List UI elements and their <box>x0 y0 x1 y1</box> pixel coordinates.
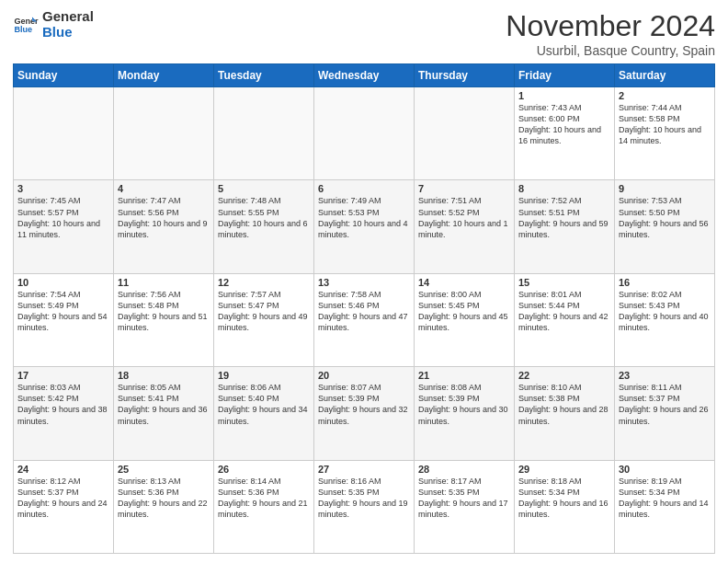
col-header-monday: Monday <box>114 64 214 87</box>
week-row-2: 3Sunrise: 7:45 AM Sunset: 5:57 PM Daylig… <box>14 180 715 273</box>
calendar-cell <box>114 87 214 180</box>
col-header-saturday: Saturday <box>615 64 715 87</box>
day-info: Sunrise: 8:02 AM Sunset: 5:43 PM Dayligh… <box>619 289 711 334</box>
week-row-4: 17Sunrise: 8:03 AM Sunset: 5:42 PM Dayli… <box>14 367 715 460</box>
calendar-cell: 28Sunrise: 8:17 AM Sunset: 5:35 PM Dayli… <box>415 460 515 553</box>
calendar-cell: 23Sunrise: 8:11 AM Sunset: 5:37 PM Dayli… <box>615 367 715 460</box>
day-number: 21 <box>418 370 510 381</box>
day-info: Sunrise: 7:51 AM Sunset: 5:52 PM Dayligh… <box>418 195 510 240</box>
calendar-cell <box>214 87 314 180</box>
day-number: 18 <box>118 370 210 381</box>
calendar-cell: 10Sunrise: 7:54 AM Sunset: 5:49 PM Dayli… <box>14 273 114 366</box>
calendar-cell: 18Sunrise: 8:05 AM Sunset: 5:41 PM Dayli… <box>114 367 214 460</box>
day-number: 25 <box>118 464 210 475</box>
calendar-cell: 15Sunrise: 8:01 AM Sunset: 5:44 PM Dayli… <box>515 273 615 366</box>
calendar-cell: 2Sunrise: 7:44 AM Sunset: 5:58 PM Daylig… <box>615 87 715 180</box>
day-info: Sunrise: 8:01 AM Sunset: 5:44 PM Dayligh… <box>518 289 610 334</box>
day-info: Sunrise: 8:00 AM Sunset: 5:45 PM Dayligh… <box>418 289 510 334</box>
col-header-friday: Friday <box>515 64 615 87</box>
day-number: 16 <box>619 277 711 288</box>
logo-text: General Blue <box>42 9 94 40</box>
day-number: 7 <box>418 183 510 194</box>
day-number: 9 <box>619 183 711 194</box>
day-number: 14 <box>418 277 510 288</box>
col-header-wednesday: Wednesday <box>314 64 415 87</box>
col-header-sunday: Sunday <box>14 64 114 87</box>
week-row-5: 24Sunrise: 8:12 AM Sunset: 5:37 PM Dayli… <box>14 460 715 553</box>
calendar-cell: 6Sunrise: 7:49 AM Sunset: 5:53 PM Daylig… <box>314 180 415 273</box>
logo: General Blue General Blue <box>13 9 94 40</box>
day-number: 4 <box>118 183 210 194</box>
calendar-header-row: SundayMondayTuesdayWednesdayThursdayFrid… <box>14 64 715 87</box>
day-info: Sunrise: 8:07 AM Sunset: 5:39 PM Dayligh… <box>318 382 410 427</box>
day-info: Sunrise: 8:10 AM Sunset: 5:38 PM Dayligh… <box>518 382 610 427</box>
day-number: 8 <box>518 183 610 194</box>
day-number: 1 <box>518 90 610 101</box>
day-info: Sunrise: 8:05 AM Sunset: 5:41 PM Dayligh… <box>118 382 210 427</box>
day-number: 10 <box>17 277 109 288</box>
day-info: Sunrise: 7:58 AM Sunset: 5:46 PM Dayligh… <box>318 289 410 334</box>
calendar-cell <box>415 87 515 180</box>
day-info: Sunrise: 7:53 AM Sunset: 5:50 PM Dayligh… <box>619 195 711 240</box>
page: General Blue General Blue November 2024 … <box>0 0 728 563</box>
day-number: 3 <box>17 183 109 194</box>
month-title: November 2024 <box>506 9 715 43</box>
calendar-cell: 17Sunrise: 8:03 AM Sunset: 5:42 PM Dayli… <box>14 367 114 460</box>
day-info: Sunrise: 8:18 AM Sunset: 5:34 PM Dayligh… <box>518 476 610 521</box>
day-number: 6 <box>318 183 410 194</box>
day-info: Sunrise: 7:47 AM Sunset: 5:56 PM Dayligh… <box>118 195 210 240</box>
day-number: 19 <box>218 370 310 381</box>
day-info: Sunrise: 8:06 AM Sunset: 5:40 PM Dayligh… <box>218 382 310 427</box>
calendar-cell: 14Sunrise: 8:00 AM Sunset: 5:45 PM Dayli… <box>415 273 515 366</box>
day-number: 15 <box>518 277 610 288</box>
day-info: Sunrise: 8:13 AM Sunset: 5:36 PM Dayligh… <box>118 476 210 521</box>
calendar-cell: 30Sunrise: 8:19 AM Sunset: 5:34 PM Dayli… <box>615 460 715 553</box>
week-row-1: 1Sunrise: 7:43 AM Sunset: 6:00 PM Daylig… <box>14 87 715 180</box>
calendar-cell: 21Sunrise: 8:08 AM Sunset: 5:39 PM Dayli… <box>415 367 515 460</box>
calendar-cell: 8Sunrise: 7:52 AM Sunset: 5:51 PM Daylig… <box>515 180 615 273</box>
location: Usurbil, Basque Country, Spain <box>506 43 715 58</box>
day-info: Sunrise: 8:12 AM Sunset: 5:37 PM Dayligh… <box>17 476 109 521</box>
day-info: Sunrise: 7:52 AM Sunset: 5:51 PM Dayligh… <box>518 195 610 240</box>
calendar-table: SundayMondayTuesdayWednesdayThursdayFrid… <box>13 63 715 554</box>
day-info: Sunrise: 8:16 AM Sunset: 5:35 PM Dayligh… <box>318 476 410 521</box>
header: General Blue General Blue November 2024 … <box>13 9 715 58</box>
day-info: Sunrise: 7:45 AM Sunset: 5:57 PM Dayligh… <box>17 195 109 240</box>
day-number: 30 <box>619 464 711 475</box>
day-info: Sunrise: 8:11 AM Sunset: 5:37 PM Dayligh… <box>619 382 711 427</box>
day-info: Sunrise: 8:17 AM Sunset: 5:35 PM Dayligh… <box>418 476 510 521</box>
day-info: Sunrise: 7:54 AM Sunset: 5:49 PM Dayligh… <box>17 289 109 334</box>
day-number: 23 <box>619 370 711 381</box>
day-number: 17 <box>17 370 109 381</box>
day-number: 20 <box>318 370 410 381</box>
day-info: Sunrise: 7:48 AM Sunset: 5:55 PM Dayligh… <box>218 195 310 240</box>
day-number: 12 <box>218 277 310 288</box>
calendar-cell: 11Sunrise: 7:56 AM Sunset: 5:48 PM Dayli… <box>114 273 214 366</box>
svg-text:Blue: Blue <box>14 25 32 34</box>
logo-icon: General Blue <box>13 12 39 38</box>
calendar-cell: 20Sunrise: 8:07 AM Sunset: 5:39 PM Dayli… <box>314 367 415 460</box>
calendar-cell: 22Sunrise: 8:10 AM Sunset: 5:38 PM Dayli… <box>515 367 615 460</box>
day-number: 2 <box>619 90 711 101</box>
calendar-cell: 12Sunrise: 7:57 AM Sunset: 5:47 PM Dayli… <box>214 273 314 366</box>
day-info: Sunrise: 7:49 AM Sunset: 5:53 PM Dayligh… <box>318 195 410 240</box>
day-info: Sunrise: 7:57 AM Sunset: 5:47 PM Dayligh… <box>218 289 310 334</box>
calendar-cell: 9Sunrise: 7:53 AM Sunset: 5:50 PM Daylig… <box>615 180 715 273</box>
col-header-thursday: Thursday <box>415 64 515 87</box>
calendar-cell: 26Sunrise: 8:14 AM Sunset: 5:36 PM Dayli… <box>214 460 314 553</box>
day-number: 5 <box>218 183 310 194</box>
col-header-tuesday: Tuesday <box>214 64 314 87</box>
calendar-cell: 4Sunrise: 7:47 AM Sunset: 5:56 PM Daylig… <box>114 180 214 273</box>
day-number: 22 <box>518 370 610 381</box>
calendar-cell: 13Sunrise: 7:58 AM Sunset: 5:46 PM Dayli… <box>314 273 415 366</box>
week-row-3: 10Sunrise: 7:54 AM Sunset: 5:49 PM Dayli… <box>14 273 715 366</box>
day-info: Sunrise: 8:14 AM Sunset: 5:36 PM Dayligh… <box>218 476 310 521</box>
calendar-cell: 7Sunrise: 7:51 AM Sunset: 5:52 PM Daylig… <box>415 180 515 273</box>
title-block: November 2024 Usurbil, Basque Country, S… <box>506 9 715 58</box>
calendar-cell: 1Sunrise: 7:43 AM Sunset: 6:00 PM Daylig… <box>515 87 615 180</box>
calendar-cell: 29Sunrise: 8:18 AM Sunset: 5:34 PM Dayli… <box>515 460 615 553</box>
calendar-cell: 25Sunrise: 8:13 AM Sunset: 5:36 PM Dayli… <box>114 460 214 553</box>
day-number: 29 <box>518 464 610 475</box>
day-number: 26 <box>218 464 310 475</box>
day-number: 24 <box>17 464 109 475</box>
